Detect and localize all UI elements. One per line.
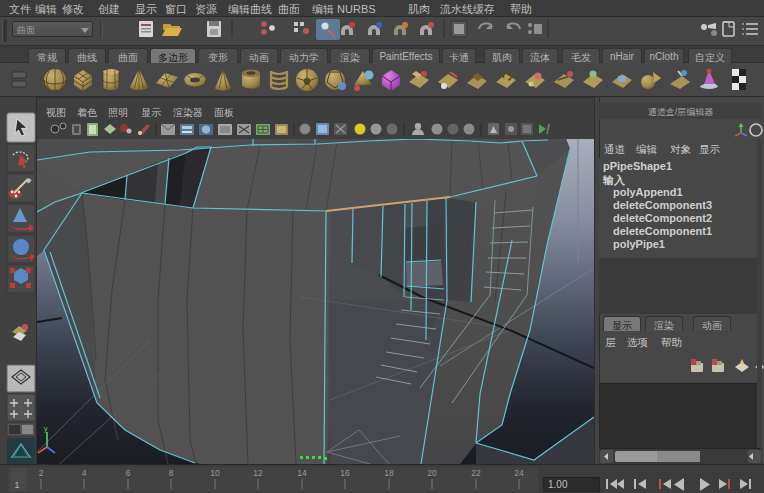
- svg-text:12: 12: [253, 468, 263, 478]
- svg-text:2: 2: [39, 468, 44, 478]
- svg-text:4: 4: [82, 468, 87, 478]
- svg-text:6: 6: [126, 468, 131, 478]
- svg-text:14: 14: [297, 468, 307, 478]
- svg-text:16: 16: [340, 468, 350, 478]
- svg-text:10: 10: [210, 468, 220, 478]
- svg-text:1: 1: [14, 480, 19, 490]
- svg-text:22: 22: [471, 468, 481, 478]
- svg-text:18: 18: [384, 468, 394, 478]
- svg-text:8: 8: [169, 468, 174, 478]
- svg-text:y: y: [44, 425, 48, 433]
- svg-text:24: 24: [514, 468, 524, 478]
- svg-text:20: 20: [427, 468, 437, 478]
